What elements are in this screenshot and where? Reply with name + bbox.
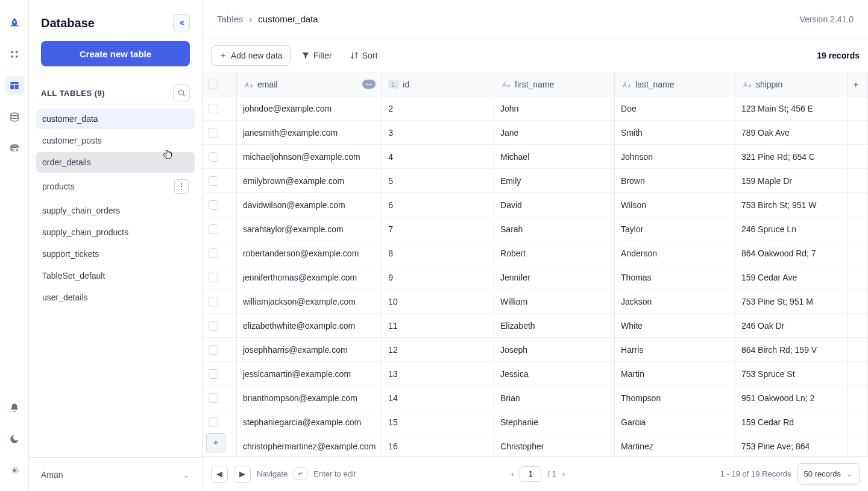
gear-icon[interactable] [5, 461, 24, 480]
sidebar-table-item[interactable]: customer_data [36, 109, 195, 129]
breadcrumb-root[interactable]: Tables [217, 14, 243, 24]
cell-email[interactable]: jessicamartin@example.com [237, 362, 382, 386]
cell-shipping[interactable]: 321 Pine Rd; 654 C [735, 145, 848, 169]
cell-email[interactable]: davidwilson@example.com [237, 193, 382, 217]
sidebar-table-item[interactable]: TableSet_default [36, 265, 195, 286]
cell-last_name[interactable]: Jackson [615, 290, 735, 314]
chevron-left-icon[interactable]: ‹ [511, 469, 514, 478]
cell-first_name[interactable]: Christopher [494, 434, 615, 456]
row-checkbox[interactable] [209, 104, 218, 113]
cell-shipping[interactable]: 864 Birch Rd; 159 V [735, 338, 848, 362]
table-more-button[interactable]: ⋮ [174, 179, 189, 194]
cell-shipping[interactable]: 246 Oak Dr [735, 314, 848, 338]
cell-email[interactable]: elizabethwhite@example.com [237, 314, 382, 338]
stack-icon[interactable] [5, 107, 24, 127]
cell-first_name[interactable]: Stephanie [494, 410, 615, 434]
cell-id[interactable]: 4 [382, 145, 494, 169]
cell-first_name[interactable]: Sarah [494, 217, 615, 241]
row-checkbox[interactable] [209, 249, 218, 258]
table-row[interactable]: elizabethwhite@example.com11ElizabethWhi… [203, 314, 868, 338]
page-input[interactable] [520, 466, 541, 482]
user-menu[interactable]: Aman ⌄ [29, 457, 202, 491]
row-checkbox[interactable] [209, 321, 218, 331]
row-checkbox[interactable] [209, 176, 218, 186]
cell-id[interactable]: 9 [382, 265, 494, 290]
cell-first_name[interactable]: Joseph [494, 338, 615, 362]
add-column-button[interactable]: + [848, 72, 868, 97]
table-row[interactable]: brianthompson@example.com14BrianThompson… [203, 386, 868, 410]
column-header-id[interactable]: 1.id [382, 72, 494, 97]
cell-id[interactable]: 16 [382, 434, 494, 456]
column-header-first_name[interactable]: first_name [494, 72, 615, 97]
cell-last_name[interactable]: Garcia [615, 410, 735, 434]
cell-last_name[interactable]: Martinez [615, 434, 735, 456]
row-checkbox[interactable] [209, 417, 218, 427]
cell-first_name[interactable]: Jane [494, 121, 615, 145]
cell-first_name[interactable]: Robert [494, 241, 615, 265]
cell-shipping[interactable]: 159 Maple Dr [735, 169, 848, 193]
page-size-select[interactable]: 50 records [797, 463, 860, 485]
table-row[interactable]: christophermartinez@example.com16Christo… [203, 434, 868, 456]
cell-shipping[interactable]: 864 Oakwood Rd; 7 [735, 241, 848, 265]
database-table-icon[interactable] [5, 76, 24, 95]
cell-shipping[interactable]: 753 Spruce St [735, 362, 848, 386]
table-row[interactable]: davidwilson@example.com6DavidWilson753 B… [203, 193, 868, 217]
cell-id[interactable]: 5 [382, 169, 494, 193]
bell-icon[interactable] [5, 398, 24, 417]
nav-prev-button[interactable]: ◀ [211, 466, 228, 483]
table-row[interactable]: stephaniegarcia@example.com15StephanieGa… [203, 410, 868, 434]
cell-id[interactable]: 15 [382, 410, 494, 434]
cell-first_name[interactable]: John [494, 97, 615, 121]
cell-last_name[interactable]: Johnson [615, 145, 735, 169]
cell-last_name[interactable]: Martin [615, 362, 735, 386]
sidebar-table-item[interactable]: order_details [36, 152, 195, 173]
nav-next-button[interactable]: ▶ [234, 466, 251, 483]
cell-email[interactable]: michaeljohnson@example.com [237, 145, 382, 169]
cell-id[interactable]: 12 [382, 338, 494, 362]
row-checkbox[interactable] [209, 224, 218, 234]
cell-first_name[interactable]: Michael [494, 145, 615, 169]
cell-last_name[interactable]: Thomas [615, 265, 735, 290]
table-row[interactable]: jenniferthomas@example.com9JenniferThoma… [203, 265, 868, 290]
table-row[interactable]: janesmith@example.com3JaneSmith789 Oak A… [203, 121, 868, 145]
row-checkbox[interactable] [209, 297, 218, 306]
cell-id[interactable]: 2 [382, 97, 494, 121]
grid-icon[interactable] [5, 45, 24, 64]
row-checkbox[interactable] [209, 200, 218, 210]
cell-first_name[interactable]: Jessica [494, 362, 615, 386]
cell-email[interactable]: robertanderson@example.com [237, 241, 382, 265]
rocket-icon[interactable] [5, 13, 24, 33]
cell-shipping[interactable]: 753 Birch St; 951 W [735, 193, 848, 217]
select-all-checkbox[interactable] [209, 80, 218, 89]
add-new-data-button[interactable]: ＋ Add new data [211, 45, 291, 66]
layers-icon[interactable] [5, 139, 24, 158]
cell-last_name[interactable]: Harris [615, 338, 735, 362]
sidebar-table-item[interactable]: support_tickets [36, 244, 195, 264]
row-checkbox[interactable] [209, 128, 218, 138]
cell-shipping[interactable]: 753 Pine Ave; 864 [735, 434, 848, 456]
row-checkbox[interactable] [209, 345, 218, 355]
cell-id[interactable]: 14 [382, 386, 494, 410]
cell-id[interactable]: 7 [382, 217, 494, 241]
cell-shipping[interactable]: 753 Pine St; 951 M [735, 290, 848, 314]
cell-last_name[interactable]: Doe [615, 97, 735, 121]
table-row[interactable]: josephharris@example.com12JosephHarris86… [203, 338, 868, 362]
cell-email[interactable]: stephaniegarcia@example.com [237, 410, 382, 434]
cell-email[interactable]: brianthompson@example.com [237, 386, 382, 410]
table-row[interactable]: sarahtaylor@example.com7SarahTaylor246 S… [203, 217, 868, 241]
cell-first_name[interactable]: William [494, 290, 615, 314]
cell-email[interactable]: christophermartinez@example.com [237, 434, 382, 456]
cell-email[interactable]: emilybrown@example.com [237, 169, 382, 193]
cell-id[interactable]: 6 [382, 193, 494, 217]
chevron-right-icon[interactable]: › [562, 469, 565, 478]
cell-last_name[interactable]: Wilson [615, 193, 735, 217]
cell-last_name[interactable]: Taylor [615, 217, 735, 241]
add-row-button[interactable]: ＋ [206, 433, 225, 452]
cell-shipping[interactable]: 246 Spruce Ln [735, 217, 848, 241]
table-row[interactable]: jessicamartin@example.com13JessicaMartin… [203, 362, 868, 386]
table-row[interactable]: williamjackson@example.com10WilliamJacks… [203, 290, 868, 314]
cell-id[interactable]: 10 [382, 290, 494, 314]
cell-last_name[interactable]: Brown [615, 169, 735, 193]
data-grid[interactable]: email⊶1.idfirst_namelast_nameshippin+joh… [203, 72, 868, 456]
cell-id[interactable]: 3 [382, 121, 494, 145]
